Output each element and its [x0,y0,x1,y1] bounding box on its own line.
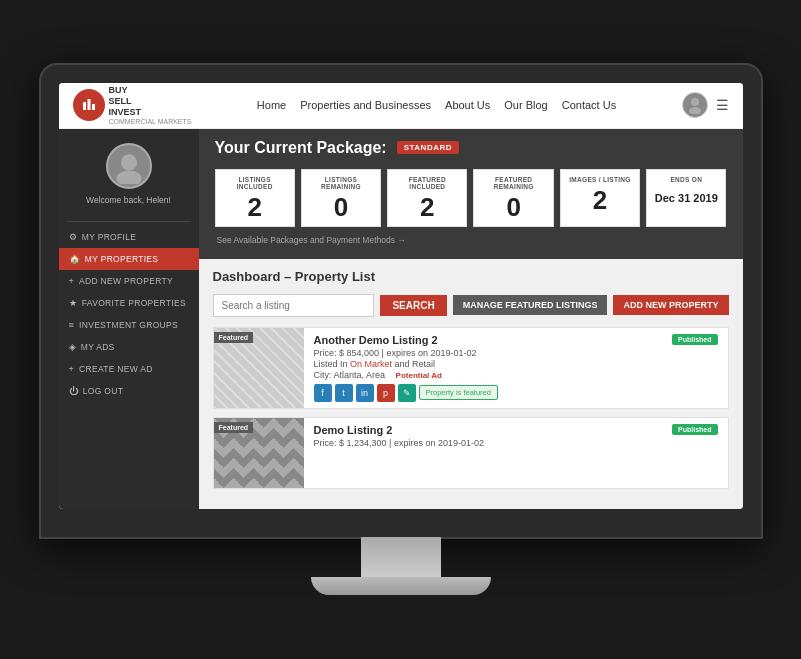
card-title-2[interactable]: Demo Listing 2 [314,424,393,436]
action-facebook[interactable]: f [314,384,332,402]
property-body-1: Another Demo Listing 2 Published Price: … [304,328,728,408]
action-edit[interactable]: ✎ [398,384,416,402]
property-card-2: Featured Demo Listing 2 Published Price:… [213,417,729,489]
add-property-button[interactable]: Add New Property [613,295,728,315]
svg-rect-3 [92,104,95,110]
manage-featured-button[interactable]: Manage Featured Listings [453,295,608,315]
property-image-1: Featured [214,328,304,408]
add-property-icon: + [69,276,75,286]
card-price-1: Price: $ 854,000 | expires on 2019-01-02 [314,348,718,358]
stat-featured-remaining: Featured Remaining 0 [473,169,553,227]
sidebar-item-create-ad[interactable]: + Create New Ad [59,358,199,380]
sidebar: Welcome back, Helen! ⚙ My Profile 🏠 My P… [59,129,199,509]
monitor-screen: BUY SELL INVEST Commercial Markets Home … [59,83,743,509]
svg-rect-2 [87,99,90,110]
stat-featured-included: Featured Included 2 [387,169,467,227]
sidebar-item-properties[interactable]: 🏠 My Properties [59,248,199,270]
package-header: Your Current Package: Standard Listings … [199,129,743,259]
properties-icon: 🏠 [69,254,80,264]
user-avatar[interactable] [682,92,708,118]
svg-rect-1 [83,102,86,110]
sidebar-item-logout[interactable]: ⏻ Log Out [59,380,199,402]
package-link[interactable]: See Available Packages and Payment Metho… [215,235,727,245]
published-badge-2: Published [672,424,717,435]
card-city-1: City: Atlanta, Area Potential Ad [314,370,718,380]
ads-icon: ◈ [69,342,76,352]
top-nav: BUY SELL INVEST Commercial Markets Home … [59,83,743,129]
monitor-stand-base [311,577,491,595]
card-title-1[interactable]: Another Demo Listing 2 [314,334,438,346]
stat-listings-included: Listings Included 2 [215,169,295,227]
logo-area: BUY SELL INVEST Commercial Markets [73,85,192,124]
stat-listings-remaining: Listings Remaining 0 [301,169,381,227]
sidebar-avatar [106,143,152,189]
dashboard-title: Dashboard – Property List [213,269,729,284]
svg-point-5 [689,107,701,114]
logo-icon [73,89,105,121]
logo-text3: INVEST [109,107,192,118]
potential-ad-label: Potential Ad [396,371,442,380]
search-row: Search Manage Featured Listings Add New … [213,294,729,317]
package-title: Your Current Package: [215,139,387,157]
monitor-shell: BUY SELL INVEST Commercial Markets Home … [41,65,761,595]
nav-right: ☰ [682,92,729,118]
nav-properties[interactable]: Properties and Businesses [300,99,431,111]
sidebar-item-ads[interactable]: ◈ My Ads [59,336,199,358]
published-badge-1: Published [672,334,717,345]
logo-sub: Commercial Markets [109,118,192,125]
featured-badge-2: Featured [214,422,254,433]
stat-images: Images / Listing 2 [560,169,640,227]
sidebar-item-investment[interactable]: ≡ Investment Groups [59,314,199,336]
svg-point-6 [120,154,136,170]
create-ad-icon: + [69,364,75,374]
nav-home[interactable]: Home [257,99,286,111]
featured-badge-1: Featured [214,332,254,343]
main-layout: Welcome back, Helen! ⚙ My Profile 🏠 My P… [59,129,743,509]
monitor-stand-neck [361,537,441,577]
search-input[interactable] [213,294,375,317]
sidebar-divider [67,221,191,222]
favorites-icon: ★ [69,298,77,308]
action-pinterest[interactable]: p [377,384,395,402]
property-body-2: Demo Listing 2 Published Price: $ 1,234,… [304,418,728,488]
sidebar-item-add-property[interactable]: + Add New Property [59,270,199,292]
investment-icon: ≡ [69,320,75,330]
sidebar-item-favorites[interactable]: ★ Favorite Properties [59,292,199,314]
card-actions-1: f t in p ✎ Property is featured [314,384,718,402]
on-market-link[interactable]: On Market [350,359,392,369]
svg-point-4 [691,98,699,106]
search-button[interactable]: Search [380,295,446,316]
card-title-row-1: Another Demo Listing 2 Published [314,334,718,346]
logout-icon: ⏻ [69,386,78,396]
logo-text2: SELL [109,96,192,107]
nav-about[interactable]: About Us [445,99,490,111]
content-area: Your Current Package: Standard Listings … [199,129,743,509]
package-title-row: Your Current Package: Standard [215,139,727,157]
package-stats: Listings Included 2 Listings Remaining 0… [215,169,727,227]
svg-point-7 [116,170,141,184]
property-featured-tag-1[interactable]: Property is featured [419,385,498,400]
card-price-2: Price: $ 1,234,300 | expires on 2019-01-… [314,438,718,448]
logo-text: BUY [109,85,192,96]
card-title-row-2: Demo Listing 2 Published [314,424,718,436]
action-twitter[interactable]: t [335,384,353,402]
monitor-bezel: BUY SELL INVEST Commercial Markets Home … [41,65,761,537]
sidebar-item-profile[interactable]: ⚙ My Profile [59,226,199,248]
nav-contact[interactable]: Contact Us [562,99,616,111]
property-image-2: Featured [214,418,304,488]
stat-ends-on: Ends On Dec 31 2019 [646,169,726,227]
sidebar-welcome: Welcome back, Helen! [86,195,171,205]
action-linkedin[interactable]: in [356,384,374,402]
nav-blog[interactable]: Our Blog [504,99,547,111]
package-badge: Standard [397,141,459,154]
sidebar-profile: Welcome back, Helen! [59,129,199,221]
card-listed-1: Listed In On Market and Retail [314,359,718,369]
dashboard-section: Dashboard – Property List Search Manage … [199,259,743,507]
profile-icon: ⚙ [69,232,77,242]
nav-links: Home Properties and Businesses About Us … [257,99,616,111]
property-card-1: Featured Another Demo Listing 2 Publishe… [213,327,729,409]
hamburger-icon[interactable]: ☰ [716,97,729,113]
